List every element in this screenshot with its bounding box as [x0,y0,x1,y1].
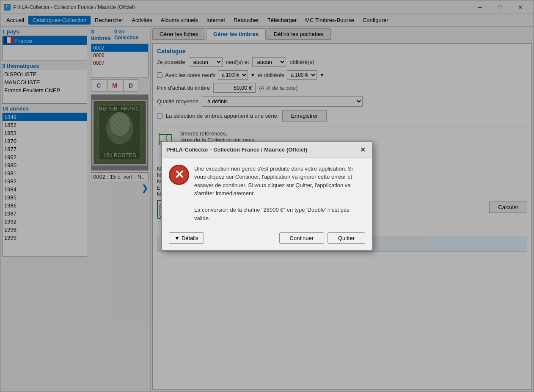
modal-action-buttons: Continuer Quitter [279,232,365,244]
modal-footer: ▼ Détails Continuer Quitter [162,229,372,250]
modal-overlay: PHILA-Collector - Collection France / Ma… [0,0,534,392]
details-arrow-icon: ▼ [174,235,180,241]
modal-title-bar: PHILA-Collector - Collection France / Ma… [162,142,372,158]
continuer-button[interactable]: Continuer [279,232,324,244]
error-modal: PHILA-Collector - Collection France / Ma… [161,141,373,251]
modal-close-button[interactable]: ✕ [358,145,368,155]
modal-message-2: La conversion de la chaîne "28000 €" en … [194,206,365,222]
modal-body: ✕ Une exception non gérée s'est produite… [162,158,372,229]
modal-message-1: Une exception non gérée s'est produite d… [194,165,365,198]
error-icon: ✕ [169,165,189,185]
modal-title-text: PHILA-Collector - Collection France / Ma… [166,146,307,153]
quitter-button[interactable]: Quitter [328,232,365,244]
modal-text-content: Une exception non gérée s'est produite d… [194,165,365,223]
details-button[interactable]: ▼ Détails [169,232,204,244]
